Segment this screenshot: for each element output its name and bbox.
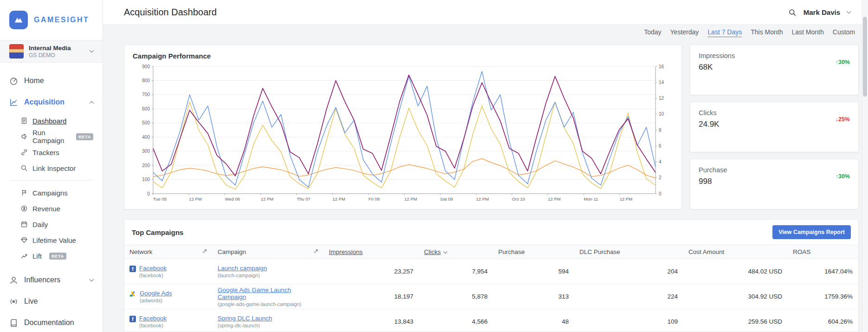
home-gauge-icon — [9, 77, 18, 85]
sidebar-item-dashboard[interactable]: Dashboard — [0, 113, 103, 129]
chevron-down-icon[interactable] — [847, 9, 851, 14]
sidebar-divider — [9, 180, 93, 181]
top-campaigns-card: Top Campaigns View Campaigns Report Netw… — [124, 219, 859, 332]
date-tab-this-month[interactable]: This Month — [751, 28, 783, 37]
sidebar-item-label: Link Inspector — [32, 164, 76, 172]
network-id: (adwords) — [140, 298, 172, 303]
purchase-cell: 313 — [493, 293, 574, 300]
sidebar-item-documentation[interactable]: Documentation — [0, 312, 103, 332]
vertical-scrollbar[interactable] — [862, 0, 868, 332]
table-row: f Facebook (facebook) Spring DLC Launch … — [124, 309, 858, 332]
account-name: Internal Media — [29, 45, 85, 52]
impressions-cell: 23,257 — [324, 268, 419, 275]
pin-icon[interactable] — [313, 248, 319, 255]
sidebar-item-label: Influencers — [24, 276, 60, 284]
roas-cell: 1647.04% — [788, 268, 858, 275]
facebook-icon: f — [129, 316, 136, 322]
sidebar-item-run-campaign[interactable]: Run Campaign BETA — [0, 129, 103, 144]
sidebar-item-campaigns[interactable]: Campaigns — [0, 185, 103, 201]
sidebar-item-live[interactable]: Live — [0, 291, 103, 312]
sidebar-item-label: Home — [24, 77, 44, 85]
column-header-cost-amount[interactable]: Cost Amount — [683, 248, 788, 255]
date-tab-custom[interactable]: Custom — [833, 28, 855, 37]
pin-icon[interactable] — [202, 248, 207, 255]
campaign-id: (launch-campaign) — [218, 273, 319, 278]
kpi-value: 24.9K — [699, 120, 850, 129]
sidebar-item-trackers[interactable]: Trackers — [0, 144, 103, 160]
svg-text:Thu 07: Thu 07 — [296, 196, 310, 202]
column-header-purchase[interactable]: Purchase — [493, 248, 574, 255]
purchase-cell: 594 — [493, 268, 574, 275]
account-org: GS DEMO — [29, 52, 85, 59]
sort-desc-icon — [444, 249, 447, 253]
svg-text:900: 900 — [142, 64, 150, 69]
sidebar-item-influencers[interactable]: Influencers — [0, 269, 103, 291]
sidebar-item-revenue[interactable]: Revenue — [0, 201, 103, 216]
svg-text:Sat 09: Sat 09 — [440, 196, 453, 202]
brand-logo[interactable]: GAMESIGHT — [0, 0, 103, 40]
sidebar-item-label: Trackers — [32, 149, 59, 156]
sidebar-item-lift[interactable]: Lift BETA — [0, 248, 103, 264]
network-link[interactable]: Facebook — [139, 265, 167, 272]
svg-text:12 PM: 12 PM — [261, 196, 274, 202]
network-link[interactable]: Facebook — [139, 315, 167, 322]
gem-icon — [20, 236, 28, 244]
table-row: f Facebook (facebook) Launch campaign (l… — [124, 259, 858, 284]
kpi-label: Impressions — [699, 52, 850, 59]
sidebar-item-daily[interactable]: Daily — [0, 216, 103, 232]
svg-text:12 PM: 12 PM — [476, 196, 489, 202]
sidebar-item-label: Dashboard — [32, 117, 66, 125]
top-header: Acquisition Dashboard Mark Davis — [103, 0, 868, 25]
user-menu[interactable]: Mark Davis — [804, 8, 840, 16]
campaign-link[interactable]: Launch campaign — [218, 265, 267, 272]
sidebar-item-link-inspector[interactable]: Link Inspector — [0, 160, 103, 176]
date-tab-yesterday[interactable]: Yesterday — [670, 28, 699, 37]
date-tab-last-month[interactable]: Last Month — [792, 28, 824, 37]
column-header-network[interactable]: Network — [124, 248, 212, 255]
sidebar-nav: Home Acquisition Dashboard Run Campaign … — [0, 63, 103, 332]
sidebar-item-acquisition[interactable]: Acquisition — [0, 91, 103, 113]
svg-text:200: 200 — [142, 163, 150, 168]
search-icon[interactable] — [788, 8, 797, 17]
impressions-kpi-card: Impressions 68K ↑30% — [690, 45, 859, 95]
campaign-link[interactable]: Google Ads Game Launch Campaign — [218, 286, 291, 300]
sidebar-item-label: Live — [24, 297, 38, 306]
date-tab-last-7-days[interactable]: Last 7 Days — [707, 28, 742, 37]
chart-icon — [9, 98, 18, 107]
sidebar: GAMESIGHT Internal Media GS DEMO Home Ac… — [0, 0, 103, 332]
kpi-cards: Impressions 68K ↑30% Clicks 24.9K ↓25% P… — [690, 45, 859, 209]
table-header-row: Network Campaign Impressions Clicks Purc… — [124, 245, 858, 259]
column-header-roas[interactable]: ROAS — [788, 248, 858, 255]
account-switcher[interactable]: Internal Media GS DEMO — [0, 40, 103, 63]
campaign-id: (google-ads-game-launch-campaign) — [218, 301, 319, 307]
impressions-cell: 13,843 — [324, 318, 419, 325]
person-icon — [9, 276, 18, 285]
svg-text:12 PM: 12 PM — [405, 196, 418, 202]
column-header-clicks[interactable]: Clicks — [419, 248, 493, 255]
svg-text:800: 800 — [142, 78, 150, 83]
date-tab-today[interactable]: Today — [644, 28, 661, 37]
column-header-campaign[interactable]: Campaign — [212, 248, 324, 255]
svg-text:12 PM: 12 PM — [620, 196, 633, 202]
sidebar-item-label: Revenue — [32, 205, 60, 213]
kpi-delta: ↓25% — [836, 116, 850, 123]
sidebar-item-home[interactable]: Home — [0, 70, 103, 91]
sidebar-item-lifetime-value[interactable]: Lifetime Value — [0, 232, 103, 248]
scrollbar-thumb[interactable] — [863, 17, 867, 97]
svg-text:0: 0 — [147, 191, 150, 196]
chain-link-icon — [20, 149, 28, 156]
svg-text:300: 300 — [142, 149, 150, 154]
network-link[interactable]: Google Ads — [140, 290, 172, 297]
column-header-dlc-purchase[interactable]: DLC Purchase — [574, 248, 683, 255]
svg-text:700: 700 — [142, 92, 150, 97]
cost-amount-cell: 259.56 USD — [683, 318, 788, 325]
clicks-cell: 5,878 — [419, 293, 493, 300]
svg-text:12 PM: 12 PM — [548, 196, 561, 202]
sidebar-item-label: Campaigns — [32, 189, 68, 197]
column-header-impressions[interactable]: Impressions — [324, 248, 419, 255]
view-campaigns-report-button[interactable]: View Campaigns Report — [772, 225, 851, 239]
svg-text:8: 8 — [659, 128, 662, 133]
dlc-purchase-cell: 224 — [574, 293, 683, 300]
campaign-link[interactable]: Spring DLC Launch — [218, 315, 272, 322]
beta-badge: BETA — [49, 253, 66, 260]
